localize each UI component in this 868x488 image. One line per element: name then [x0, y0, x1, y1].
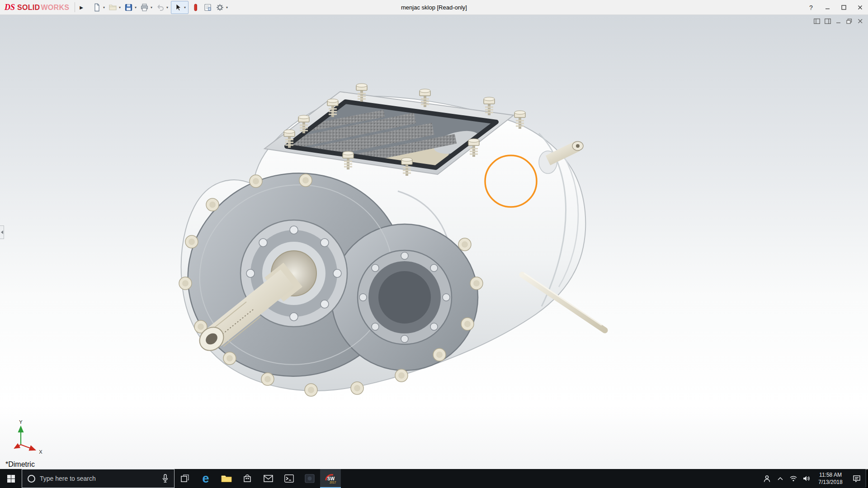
undo-icon [156, 3, 165, 12]
close-button[interactable] [852, 0, 868, 15]
document-title: menjac sklop [Read-only] [401, 4, 467, 11]
solidworks-icon: SW 2017 [325, 473, 336, 484]
show-desktop-strip[interactable] [865, 469, 868, 488]
save-button[interactable] [123, 1, 135, 14]
x-axis [21, 445, 35, 450]
command-prompt-button[interactable] [278, 469, 299, 488]
secondary-bearing-cover[interactable] [358, 250, 452, 344]
doc-restore-icon [846, 19, 852, 24]
appearance-icon [191, 3, 200, 12]
gearbox-model[interactable] [0, 15, 868, 469]
start-button[interactable] [0, 469, 22, 488]
print-button[interactable] [138, 1, 151, 14]
quick-access-toolbar: ▾ ▾ ▾ ▾ ▾ ▾ [91, 1, 230, 14]
z-axis [14, 445, 21, 448]
gear-icon [216, 3, 224, 12]
microphone-icon[interactable] [162, 474, 169, 483]
select-tool-group: ▾ [171, 1, 189, 14]
panel-collapse-tab[interactable] [0, 225, 4, 239]
mail-button[interactable] [258, 469, 278, 488]
options-dropdown-caret[interactable]: ▾ [226, 5, 230, 9]
open-icon [108, 3, 117, 12]
taskbar-search-box[interactable] [22, 469, 175, 488]
pane-left-button[interactable] [812, 17, 821, 25]
pane-right-icon [825, 19, 831, 24]
new-document-icon [93, 3, 101, 12]
task-view-button[interactable] [175, 469, 195, 488]
toolbar-separator [75, 2, 75, 12]
open-button[interactable] [107, 1, 119, 14]
edge-button[interactable]: e [195, 469, 216, 488]
chevron-up-icon [777, 477, 783, 481]
taskbar-clock[interactable]: 11:58 AM 7/13/2018 [813, 469, 848, 488]
app-titlebar: DS SOLIDWORKS ▶ ▾ ▾ ▾ ▾ ▾ [0, 0, 868, 15]
command-prompt-icon [284, 474, 294, 483]
brand-solid-text: SOLID [17, 4, 40, 12]
orientation-triad: Y X [5, 419, 47, 458]
file-explorer-button[interactable] [216, 469, 237, 488]
maximize-icon [841, 5, 846, 10]
task-view-icon [180, 474, 189, 483]
x-axis-label: X [39, 449, 42, 455]
wifi-icon [789, 475, 797, 482]
network-button[interactable] [787, 469, 800, 488]
view-orientation-label: *Dimetric [5, 460, 35, 469]
toolbar-flyout-button[interactable]: ▶ [76, 5, 86, 10]
solidworks-logo: DS SOLIDWORKS [5, 3, 69, 12]
pane-left-icon [814, 19, 820, 24]
doc-minimize-button[interactable] [834, 17, 843, 25]
graphics-viewport[interactable]: Y X *Dimetric [0, 15, 868, 469]
screen: DS SOLIDWORKS ▶ ▾ ▾ ▾ ▾ ▾ [0, 0, 868, 488]
people-button[interactable] [760, 469, 774, 488]
undo-dropdown-caret[interactable]: ▾ [166, 5, 170, 9]
open-dropdown-caret[interactable]: ▾ [119, 5, 123, 9]
minimize-icon [825, 5, 830, 10]
report-icon [203, 3, 212, 12]
doc-minimize-icon [836, 19, 841, 24]
volume-icon [802, 475, 811, 482]
save-icon [124, 3, 133, 12]
select-cursor-icon [174, 3, 182, 12]
dark-app-tile-icon [305, 474, 315, 483]
new-document-button[interactable] [91, 1, 103, 14]
hidden-icons-button[interactable] [774, 469, 787, 488]
options-button[interactable] [214, 1, 226, 14]
solidworks-taskbar-button[interactable]: SW 2017 [320, 469, 341, 488]
maximize-button[interactable] [835, 0, 852, 15]
print-icon [140, 3, 149, 12]
doc-restore-button[interactable] [845, 17, 854, 25]
doc-close-icon [858, 19, 863, 24]
save-dropdown-caret[interactable]: ▾ [135, 5, 138, 9]
new-dropdown-caret[interactable]: ▾ [103, 5, 107, 9]
doc-close-button[interactable] [856, 17, 864, 25]
clock-date: 7/13/2018 [813, 479, 848, 486]
action-center-button[interactable] [848, 469, 865, 488]
mail-icon [264, 475, 273, 482]
cortana-circle-icon [28, 475, 35, 483]
y-axis-label: Y [19, 419, 23, 425]
edge-icon: e [202, 473, 209, 485]
people-icon [763, 475, 771, 483]
appearance-button[interactable] [189, 1, 202, 14]
action-center-icon [853, 475, 861, 482]
dassault-logo-icon: DS [5, 3, 15, 12]
volume-button[interactable] [800, 469, 813, 488]
print-dropdown-caret[interactable]: ▾ [151, 5, 154, 9]
window-controls: ? [803, 0, 868, 15]
undo-button[interactable] [154, 1, 166, 14]
search-input[interactable] [40, 475, 157, 482]
minimize-button[interactable] [819, 0, 835, 15]
dark-app-button[interactable] [299, 469, 320, 488]
select-dropdown-caret[interactable]: ▾ [184, 5, 188, 9]
close-icon [858, 5, 863, 10]
store-button[interactable] [237, 469, 258, 488]
select-tool-button[interactable] [172, 1, 184, 14]
pane-right-button[interactable] [823, 17, 832, 25]
system-tray: 11:58 AM 7/13/2018 [760, 469, 868, 488]
help-button[interactable]: ? [803, 0, 819, 15]
brand-works-text: WORKS [41, 4, 69, 12]
report-options-button[interactable] [202, 1, 214, 14]
sw-version-badge: 2017 [330, 481, 336, 484]
chevron-left-icon [1, 230, 3, 234]
file-explorer-icon [221, 474, 232, 483]
